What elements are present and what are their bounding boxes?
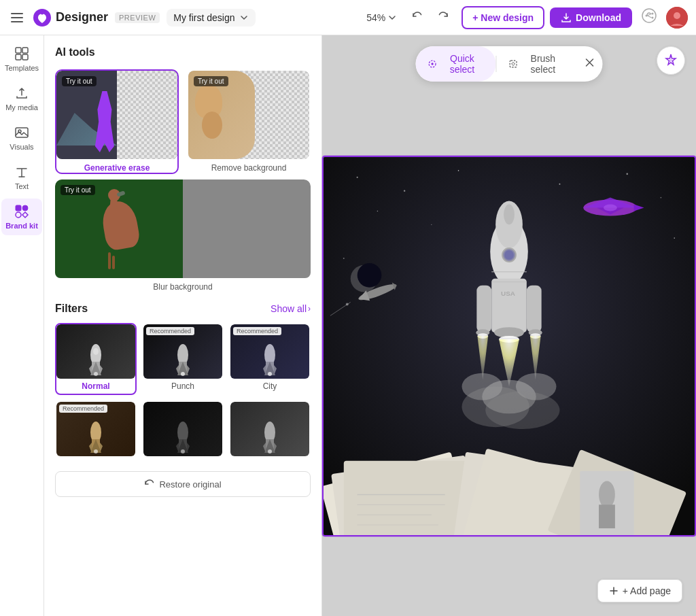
upload-icon: [14, 86, 29, 101]
svg-point-65: [674, 237, 675, 239]
canvas-image[interactable]: ↺: [322, 156, 696, 536]
svg-rect-14: [22, 205, 28, 211]
close-icon: [585, 58, 595, 67]
svg-rect-86: [599, 504, 615, 528]
filter-normal-thumb: [56, 324, 135, 379]
filter-punch-thumb: Recommended: [143, 324, 222, 379]
svg-point-28: [181, 372, 185, 376]
tool-gen-erase-label: Generative erase: [56, 163, 177, 173]
filter-city[interactable]: Recommended City: [229, 323, 311, 395]
filter-dark[interactable]: [142, 400, 224, 463]
svg-point-3: [652, 17, 654, 19]
filter-mono-thumb: [230, 402, 309, 456]
topbar-actions: + New design Download: [462, 4, 688, 31]
svg-point-59: [458, 170, 459, 171]
logo: Designer: [33, 8, 108, 27]
svg-point-61: [626, 173, 628, 175]
filter-city-thumb: Recommended: [230, 324, 309, 379]
svg-point-57: [357, 177, 358, 178]
sidebar-item-label: Templates: [5, 64, 39, 72]
rocket-scene-svg: USA: [324, 157, 695, 535]
image-icon: [14, 125, 29, 140]
sidebar-item-brand-kit[interactable]: Brand kit: [1, 199, 42, 235]
tool-remove-bg[interactable]: Try it out Remove background: [187, 69, 311, 174]
show-all-link[interactable]: Show all ›: [271, 303, 311, 314]
svg-marker-26: [176, 365, 179, 375]
svg-marker-50: [263, 443, 266, 453]
svg-marker-39: [100, 443, 103, 453]
download-icon: [561, 12, 572, 23]
filters-grid: Normal Recommended Punch: [55, 323, 311, 463]
sidebar-item-text[interactable]: Text: [1, 159, 42, 196]
brush-select-icon: [508, 58, 517, 69]
download-button[interactable]: Download: [550, 7, 632, 28]
zoom-value: 54%: [366, 12, 385, 23]
svg-marker-51: [274, 443, 277, 453]
preview-badge: PREVIEW: [115, 12, 160, 23]
quick-select-button[interactable]: Quick select: [416, 46, 496, 82]
brand-icon: [14, 204, 29, 219]
canvas-wrapper: ↺: [322, 156, 696, 536]
text-icon: [14, 165, 29, 179]
brush-select-button[interactable]: Brush select: [496, 46, 576, 82]
undo-button[interactable]: [407, 6, 428, 29]
sidebar-item-my-media[interactable]: My media: [1, 80, 42, 117]
topbar-center: 54%: [361, 6, 453, 29]
filter-warm[interactable]: Recommended: [55, 400, 137, 463]
recommended-badge: Recommended: [59, 405, 107, 413]
filters-header: Filters Show all ›: [55, 303, 311, 315]
share-icon: [642, 8, 657, 23]
svg-point-2: [652, 13, 654, 15]
sidebar-item-templates[interactable]: Templates: [1, 41, 42, 78]
share-button[interactable]: [638, 4, 661, 31]
new-design-button[interactable]: + New design: [462, 6, 544, 29]
tool-remove-bg-label: Remove background: [188, 163, 309, 173]
try-badge-blur-bg: Try it out: [60, 185, 95, 195]
filter-punch[interactable]: Recommended Punch: [142, 323, 224, 395]
menu-button[interactable]: [8, 10, 26, 25]
sidebar-item-visuals[interactable]: Visuals: [1, 120, 42, 156]
filter-normal[interactable]: Normal: [55, 323, 137, 395]
topbar: Designer PREVIEW My first design 54%: [0, 0, 696, 35]
close-selection-toolbar-button[interactable]: [577, 52, 603, 75]
svg-marker-38: [89, 443, 92, 453]
app-name: Designer: [56, 10, 108, 24]
svg-marker-20: [100, 365, 103, 375]
svg-marker-32: [263, 365, 266, 375]
zoom-control[interactable]: 54%: [361, 10, 402, 26]
ai-tools-grid: Try it out Generative erase Try it out: [55, 69, 311, 174]
svg-point-4: [646, 15, 648, 17]
filter-punch-label: Punch: [143, 381, 222, 394]
svg-point-6: [674, 12, 680, 19]
filter-normal-label: Normal: [56, 381, 135, 394]
restore-original-button[interactable]: Restore original: [55, 471, 311, 497]
tool-generative-erase[interactable]: Try it out Generative erase: [55, 69, 179, 174]
quick-select-icon: [428, 58, 437, 69]
panel: AI tools Try it out Generati: [44, 35, 322, 616]
redo-button[interactable]: [433, 6, 453, 29]
svg-point-64: [343, 258, 345, 259]
svg-rect-7: [16, 48, 21, 53]
svg-point-60: [559, 184, 560, 185]
design-title-button[interactable]: My first design: [167, 9, 255, 27]
magic-fab-button[interactable]: [657, 46, 685, 75]
sidebar-item-label: Text: [15, 182, 29, 190]
filters-title: Filters: [55, 303, 88, 315]
svg-rect-9: [16, 54, 21, 60]
svg-rect-96: [476, 286, 491, 332]
svg-point-21: [93, 348, 99, 355]
add-page-button[interactable]: + Add page: [597, 579, 682, 602]
svg-point-110: [485, 392, 559, 430]
svg-marker-19: [89, 365, 92, 375]
svg-text:USA: USA: [501, 290, 515, 297]
recommended-badge: Recommended: [146, 327, 194, 335]
grid-icon: [14, 46, 29, 61]
selection-toolbar: Quick select Brush select: [416, 46, 603, 82]
canvas-area: Quick select Brush select: [322, 35, 696, 616]
filter-mono[interactable]: [229, 400, 311, 463]
svg-point-73: [346, 303, 349, 305]
svg-point-52: [268, 449, 272, 454]
avatar[interactable]: [666, 7, 688, 29]
svg-marker-27: [187, 365, 190, 375]
tool-blur-bg[interactable]: Try it out Blur background: [55, 179, 311, 292]
